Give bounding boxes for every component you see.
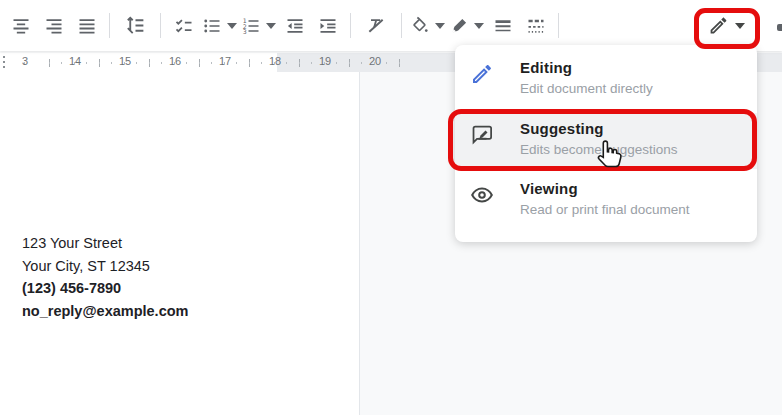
editing-mode-button[interactable]	[700, 8, 752, 44]
caret-down-icon	[435, 23, 445, 29]
eye-icon	[470, 183, 494, 207]
ruler-label: 15	[119, 55, 131, 67]
ruler-margin-handle[interactable]	[3, 56, 5, 69]
toolbar-separator	[350, 13, 351, 38]
rate-review-icon	[470, 123, 494, 147]
numbered-list-icon: 123	[241, 16, 261, 36]
pen-color-icon	[449, 16, 469, 36]
bulleted-list-icon	[202, 16, 222, 36]
align-center-icon	[11, 16, 31, 36]
border-weight-button[interactable]	[486, 7, 519, 45]
border-dash-icon	[526, 16, 546, 36]
menu-item-label: Suggesting	[520, 120, 678, 137]
address-line: Your City, ST 12345	[22, 255, 188, 278]
ruler-label: 17	[219, 55, 231, 67]
indent-increase-icon	[318, 16, 338, 36]
hand-pointer-cursor	[594, 138, 624, 172]
email-line: no_reply@example.com	[22, 300, 188, 323]
toolbar: 123	[0, 0, 782, 51]
clear-formatting-button[interactable]	[357, 7, 395, 45]
google-docs-screen: 123	[0, 0, 782, 415]
align-right-button[interactable]	[37, 7, 70, 45]
line-spacing-icon	[125, 15, 146, 36]
fill-color-icon	[410, 16, 430, 36]
pencil-icon	[470, 62, 494, 86]
ruler-label: 3	[22, 55, 28, 67]
border-weight-icon	[493, 16, 513, 36]
ruler-label: 14	[69, 55, 81, 67]
pen-color-caret[interactable]	[471, 7, 486, 45]
caret-down-icon	[474, 23, 484, 29]
numbered-list-caret[interactable]	[263, 7, 278, 45]
toolbar-separator	[109, 13, 110, 38]
menu-item-description: Read or print final document	[520, 202, 690, 217]
menu-item-label: Viewing	[520, 180, 690, 197]
caret-down-icon	[735, 23, 745, 29]
indent-decrease-button[interactable]	[278, 7, 311, 45]
address-line: 123 Your Street	[22, 232, 188, 255]
align-center-button[interactable]	[4, 7, 37, 45]
toolbar-separator	[401, 13, 402, 38]
clear-formatting-icon	[366, 16, 386, 36]
menu-item-label: Editing	[520, 59, 653, 76]
menu-item-description: Edit document directly	[520, 81, 653, 96]
pencil-icon	[708, 15, 729, 36]
ruler-label: 19	[319, 55, 331, 67]
toolbar-separator	[558, 13, 559, 38]
ruler-minor-ticks	[0, 62, 400, 64]
phone-line: (123) 456-7890	[22, 277, 188, 300]
document-body[interactable]: 123 Your Street Your City, ST 12345 (123…	[22, 232, 188, 322]
caret-down-icon	[227, 23, 237, 29]
pen-color-button[interactable]	[447, 7, 471, 45]
clipped-toolbar-icon	[777, 24, 782, 31]
bulleted-list-caret[interactable]	[224, 7, 239, 45]
svg-text:3: 3	[243, 28, 247, 35]
ruler-label: 20	[369, 55, 381, 67]
ruler-label: 18	[269, 55, 281, 67]
fill-color-button[interactable]	[408, 7, 432, 45]
menu-item-editing[interactable]: Editing Edit document directly	[455, 52, 757, 110]
numbered-list-button[interactable]: 123	[239, 7, 263, 45]
indent-increase-button[interactable]	[311, 7, 344, 45]
border-dash-button[interactable]	[519, 7, 552, 45]
fill-color-caret[interactable]	[432, 7, 447, 45]
align-justify-button[interactable]	[70, 7, 103, 45]
line-spacing-button[interactable]	[116, 7, 154, 45]
menu-item-viewing[interactable]: Viewing Read or print final document	[455, 173, 757, 231]
toolbar-separator	[160, 13, 161, 38]
caret-down-icon	[266, 23, 276, 29]
bulleted-list-button[interactable]	[200, 7, 224, 45]
align-justify-icon	[77, 16, 97, 36]
align-right-icon	[44, 16, 64, 36]
checklist-icon	[174, 16, 194, 36]
indent-decrease-icon	[285, 16, 305, 36]
ruler-label: 16	[169, 55, 181, 67]
checklist-button[interactable]	[167, 7, 200, 45]
